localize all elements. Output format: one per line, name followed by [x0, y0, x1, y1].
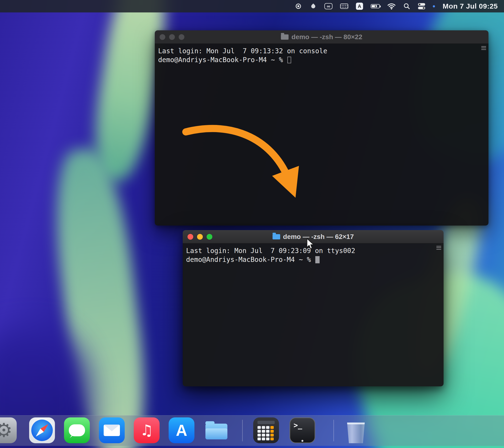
window-titlebar[interactable]: demo — -zsh — 62×17 [183, 230, 444, 243]
terminal-glyph: >_ [294, 421, 302, 429]
terminal-prompt: demo@Andriys-MacBook-Pro-M4 ~ % [186, 255, 441, 264]
dock-safari-icon[interactable] [29, 417, 55, 443]
record-icon[interactable] [295, 2, 302, 11]
terminal-window-back[interactable]: demo — -zsh — 80×22 Last login: Mon Jul … [155, 30, 488, 225]
desktop: A Mon 7 Jul 09:25 [0, 0, 504, 448]
dock-calculator-icon[interactable] [253, 417, 279, 443]
scrollbar-icon[interactable] [481, 46, 486, 50]
terminal-prompt: demo@Andriys-MacBook-Pro-M4 ~ % [158, 56, 486, 64]
dock-trash-icon[interactable] [343, 417, 369, 443]
spotlight-search-icon[interactable] [403, 2, 410, 11]
app-store-glyph: A [176, 421, 187, 439]
dock-divider [242, 420, 243, 441]
dock-mail-icon[interactable] [99, 417, 125, 443]
input-source-icon[interactable]: A [356, 2, 363, 11]
dock-folder-icon[interactable] [203, 417, 229, 443]
minimize-button[interactable] [169, 34, 175, 40]
terminal-content[interactable]: Last login: Mon Jul 7 09:13:32 on consol… [155, 44, 488, 225]
dock: A >_ [0, 415, 504, 446]
status-dot [433, 5, 435, 7]
menu-bar: A Mon 7 Jul 09:25 [0, 0, 504, 12]
terminal-cursor [287, 57, 291, 63]
wifi-icon[interactable] [387, 2, 396, 11]
input-source-label: A [356, 3, 363, 10]
close-button[interactable] [187, 234, 193, 240]
window-title: demo — -zsh — 62×17 [283, 233, 354, 241]
running-indicator [302, 440, 303, 442]
traffic-lights [155, 34, 184, 40]
window-title: demo — -zsh — 80×22 [291, 33, 362, 41]
menu-bar-clock[interactable]: Mon 7 Jul 09:25 [443, 2, 498, 10]
traffic-lights [183, 234, 212, 240]
dock-app-store-icon[interactable]: A [169, 417, 195, 443]
folder-icon [272, 234, 280, 239]
folder-icon [281, 34, 288, 40]
zoom-button[interactable] [179, 34, 184, 40]
minimize-button[interactable] [197, 234, 203, 240]
terminal-cursor [315, 256, 320, 263]
terminal-line: Last login: Mon Jul 7 09:13:32 on consol… [158, 47, 486, 56]
battery-icon[interactable] [371, 2, 380, 11]
dock-messages-icon[interactable] [64, 417, 90, 443]
dock-terminal-icon[interactable]: >_ [289, 417, 315, 443]
creative-cloud-icon[interactable] [324, 2, 332, 11]
dock-music-icon[interactable] [134, 417, 160, 443]
scrollbar-icon[interactable] [436, 246, 441, 250]
window-titlebar[interactable]: demo — -zsh — 80×22 [155, 30, 488, 44]
terminal-content[interactable]: Last login: Mon Jul 7 09:23:09 on ttys00… [183, 243, 444, 386]
control-center-icon[interactable] [418, 2, 425, 11]
zoom-button[interactable] [207, 234, 212, 240]
dock-system-settings-icon[interactable] [0, 417, 17, 443]
close-button[interactable] [160, 34, 165, 40]
droplet-icon[interactable] [309, 2, 317, 11]
terminal-line: Last login: Mon Jul 7 09:23:09 on ttys00… [186, 246, 441, 255]
dock-divider [333, 420, 334, 441]
keyboard-icon[interactable] [340, 2, 348, 11]
terminal-window-front[interactable]: demo — -zsh — 62×17 Last login: Mon Jul … [183, 230, 444, 386]
